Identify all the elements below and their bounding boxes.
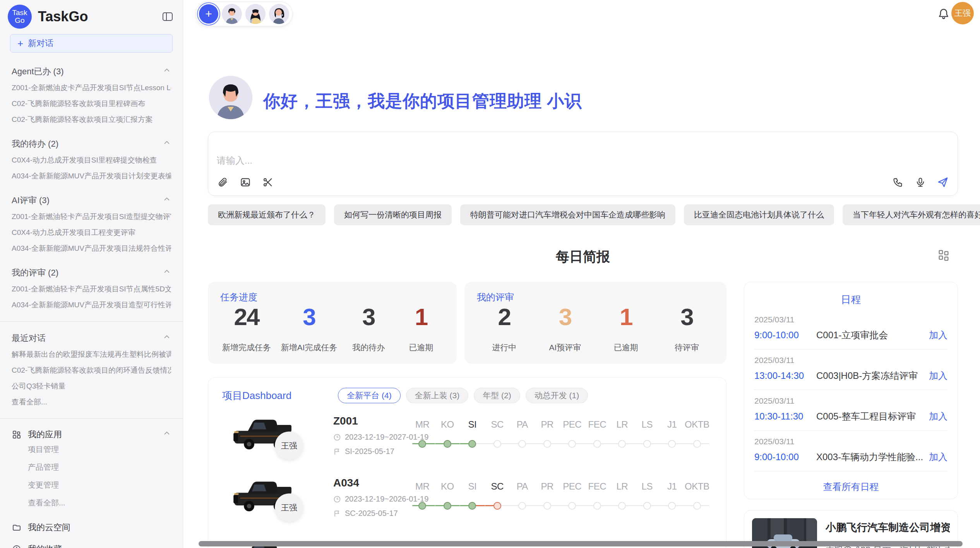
agent-avatar-3[interactable] <box>269 4 289 24</box>
divider <box>0 418 183 419</box>
milestone-dot <box>518 440 526 448</box>
layout-grid-icon[interactable] <box>937 248 951 262</box>
milestone-connector <box>435 443 444 444</box>
stat-item: 3待评审 <box>665 305 708 353</box>
milestone-dot <box>568 440 576 448</box>
stat-value: 2 <box>483 305 526 329</box>
sidebar: Task Go TaskGo + 新对话 Agent已办 (3)Z001-全新燃… <box>0 0 183 548</box>
schedule-event: 2025/03/1110:30-11:30C005-整车工程目标评审加入 <box>754 390 947 431</box>
milestone-connector <box>485 505 494 506</box>
scissors-icon[interactable] <box>262 176 274 188</box>
suggestion-chip[interactable]: 当下年轻人对汽车外观有怎样的喜好趋势 <box>843 204 980 225</box>
join-link[interactable]: 加入 <box>929 451 947 463</box>
section-header[interactable]: AI评审 (3) <box>12 195 171 206</box>
milestone-connector <box>476 505 485 506</box>
sidebar-collapse-icon[interactable] <box>161 10 174 23</box>
project-row[interactable]: 王强Z0012023-12-19~2027-01-19SI-2025-05-17… <box>208 409 726 471</box>
sidebar-item-cloud-space[interactable]: 我的云空间 <box>12 522 171 533</box>
view-all-schedule-link[interactable]: 查看所有日程 <box>744 481 958 493</box>
milestone-dot <box>543 440 551 448</box>
sidebar-item-favorites[interactable]: 我的收藏 <box>12 543 171 548</box>
conversation-item[interactable]: 公司Q3轻卡销量 <box>12 378 171 394</box>
stat-label: AI预评审 <box>544 342 586 353</box>
agent-avatar-1[interactable] <box>222 4 242 24</box>
sidebar-app-child[interactable]: 产品管理 <box>12 458 171 476</box>
milestone-dot <box>618 502 626 510</box>
dashboard-tab[interactable]: 动总开发 (1) <box>526 388 588 403</box>
milestone-label: KO <box>435 481 460 492</box>
join-link[interactable]: 加入 <box>929 370 947 382</box>
phone-icon[interactable] <box>892 176 904 188</box>
section-label: Agent已办 (3) <box>12 66 64 77</box>
milestone-connector <box>701 443 709 444</box>
schedule-title: 日程 <box>744 293 958 307</box>
conversation-item[interactable]: Z001-全新燃油轻卡产品开发项目SI造型提交物评审 <box>12 209 171 224</box>
image-icon[interactable] <box>239 176 252 188</box>
section-header[interactable]: 我的评审 (2) <box>12 267 171 279</box>
sidebar-app-child[interactable]: 查看全部... <box>12 494 171 512</box>
conversation-item[interactable]: A034-全新新能源MUV产品开发项目造型可行性评审 <box>12 297 171 313</box>
section-header[interactable]: 最近对话 <box>12 332 171 344</box>
conversation-item[interactable]: A034-全新新能源MUV产品开发项目计划变更表编写 <box>12 168 171 184</box>
conversation-item[interactable]: Z001-全新燃油皮卡产品开发项目SI节点Lesson Learn报告 <box>12 80 171 96</box>
stat-label: 待评审 <box>665 342 708 353</box>
milestone-stage: MR <box>410 419 435 458</box>
horizontal-scrollbar[interactable] <box>199 541 963 546</box>
stat-value: 1 <box>400 305 442 329</box>
conversation-item[interactable]: Z001-全新燃油轻卡产品开发项目SI节点属性5D文件评审 <box>12 281 171 297</box>
send-icon[interactable] <box>937 176 949 188</box>
conversation-item[interactable]: A034-全新新能源MUV产品开发项目法规符合性评审 <box>12 240 171 256</box>
agent-avatar-2[interactable] <box>245 4 266 24</box>
project-row[interactable]: 王强A0342023-12-19~2026-01-19SC-2025-05-17… <box>208 471 726 533</box>
event-time: 9:00-10:00 <box>754 330 816 341</box>
event-time: 9:00-10:00 <box>754 452 816 462</box>
add-agent-button[interactable]: + <box>199 4 218 24</box>
suggestion-chip[interactable]: 如何写一份清晰的项目周报 <box>334 204 452 225</box>
sidebar-item-my-apps[interactable]: 我的应用 <box>12 429 171 440</box>
suggestion-chip[interactable]: 比亚迪全固态电池计划具体说了什么 <box>684 204 834 225</box>
event-date: 2025/03/11 <box>754 396 947 406</box>
chevron-up-icon <box>163 267 171 278</box>
new-chat-button[interactable]: + 新对话 <box>10 34 173 53</box>
dashboard-tab[interactable]: 全新上装 (3) <box>406 388 469 403</box>
suggestion-chip[interactable]: 特朗普可能对进口汽车增税会对中国车企造成哪些影响 <box>460 204 675 225</box>
dashboard-tab[interactable]: 全新平台 (4) <box>338 388 401 403</box>
dashboard-tab[interactable]: 年型 (2) <box>474 388 520 403</box>
stat-value: 1 <box>605 305 647 329</box>
chat-input[interactable] <box>208 132 958 176</box>
sidebar-app-child[interactable]: 项目管理 <box>12 440 171 458</box>
section-header[interactable]: Agent已办 (3) <box>12 66 171 77</box>
milestone-stage: MR <box>410 481 435 520</box>
suggestion-chip[interactable]: 欧洲新规最近颁布了什么？ <box>208 204 326 225</box>
paperclip-icon[interactable] <box>217 176 229 188</box>
conversation-item[interactable]: C02-飞腾新能源轻客改款项目的闭环通告反馈情况 <box>12 362 171 378</box>
milestone-connector <box>585 505 594 506</box>
section-header[interactable]: 我的待办 (2) <box>12 138 171 150</box>
notification-bell-icon[interactable] <box>937 7 951 21</box>
milestone-dot <box>543 502 551 510</box>
milestones: MRKOSISCPAPRPECFECLRLSJ1OKTB <box>410 481 709 520</box>
conversation-item[interactable]: C02-飞腾新能源轻客改款项目立项汇报方案 <box>12 111 171 127</box>
user-avatar[interactable]: 王强 <box>951 2 974 24</box>
conversation-item[interactable]: C02-飞腾新能源轻客改款项目里程碑画布 <box>12 96 171 111</box>
milestone-connector <box>675 443 684 444</box>
milestone-connector <box>625 505 634 506</box>
conversation-item[interactable]: 查看全部... <box>12 394 171 410</box>
task-progress-card: 任务进度 24新增完成任务3新增AI完成任务3我的待办1已逾期 <box>208 282 457 364</box>
milestone-connector <box>535 443 544 444</box>
conversation-item[interactable]: C0X4-动力总成开发项目工程变更评审 <box>12 224 171 240</box>
milestone-label: FEC <box>585 419 610 430</box>
microphone-icon[interactable] <box>914 176 927 188</box>
join-link[interactable]: 加入 <box>929 329 947 341</box>
event-name: C005-整车工程目标评审 <box>816 410 924 423</box>
milestone-stage: KO <box>435 419 460 458</box>
sidebar-app-child[interactable]: 变更管理 <box>12 476 171 494</box>
conversation-item[interactable]: C0X4-动力总成开发项目SI里程碑提交物检查 <box>12 152 171 168</box>
section-label: 我的待办 (2) <box>12 138 58 150</box>
milestone-label: OKTB <box>685 481 710 492</box>
milestone-label: SI <box>460 419 485 430</box>
conversation-item[interactable]: 解释最新出台的欧盟报废车法规再生塑料比例被调至15%... <box>12 346 171 362</box>
join-link[interactable]: 加入 <box>929 410 947 423</box>
assistant-avatar <box>209 76 252 119</box>
stat-value: 24 <box>222 305 271 329</box>
